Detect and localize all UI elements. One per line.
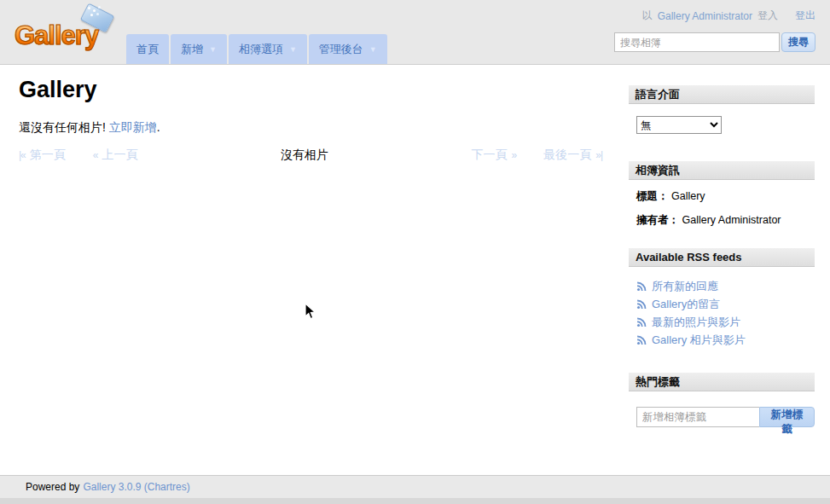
rss-item: Gallery的留言 bbox=[636, 295, 815, 313]
add-tag-button[interactable]: 新增標籤 bbox=[759, 407, 815, 427]
chevron-down-icon: ▼ bbox=[289, 45, 297, 54]
paginator-status: 沒有相片 bbox=[137, 148, 471, 163]
last-page-label: 最後一頁 bbox=[543, 148, 591, 163]
search-input[interactable] bbox=[614, 32, 780, 52]
page-end-strip bbox=[0, 498, 830, 504]
rss-icon bbox=[636, 335, 647, 345]
current-user-link[interactable]: Gallery Administrator bbox=[658, 10, 752, 22]
login-status-bar: 以 Gallery Administrator 登入 登出 bbox=[642, 9, 815, 23]
period-text: . bbox=[157, 120, 160, 134]
search-bar: 搜尋 bbox=[614, 32, 815, 52]
rss-block-title: Available RSS feeds bbox=[629, 248, 815, 267]
next-page-link[interactable]: 下一頁 » bbox=[472, 148, 517, 163]
empty-album-message: 還沒有任何相片! 立即新增. bbox=[19, 120, 618, 136]
empty-text: 還沒有任何相片! bbox=[19, 120, 106, 134]
album-owner-label: 擁有者： bbox=[636, 214, 679, 226]
last-page-link[interactable]: 最後一頁 »| bbox=[543, 148, 602, 163]
first-page-icon: |« bbox=[19, 149, 26, 161]
search-button[interactable]: 搜尋 bbox=[781, 32, 815, 52]
rss-link[interactable]: Gallery 相片與影片 bbox=[652, 333, 746, 348]
language-block-title: 語言介面 bbox=[629, 85, 815, 104]
rss-icon bbox=[636, 299, 647, 310]
nav-album-options-button[interactable]: 相簿選項 ▼ bbox=[229, 34, 307, 64]
album-title-label: 標題： bbox=[636, 190, 669, 202]
mouse-cursor bbox=[305, 303, 316, 321]
paginator: |« 第一頁 « 上一頁 沒有相片 下一頁 » 最後一頁 »| bbox=[19, 148, 602, 163]
rss-item: 最新的照片與影片 bbox=[636, 313, 815, 331]
album-info-title: 相簿資訊 bbox=[629, 161, 815, 180]
nav-admin-button[interactable]: 管理後台 ▼ bbox=[309, 34, 387, 64]
login-suffix: 登入 bbox=[757, 9, 778, 23]
next-page-icon: » bbox=[512, 149, 517, 161]
rss-icon bbox=[636, 317, 647, 327]
sparkle-icon bbox=[88, 7, 90, 9]
prev-page-icon: « bbox=[93, 149, 98, 161]
logout-link[interactable]: 登出 bbox=[795, 9, 815, 23]
rss-icon bbox=[636, 281, 647, 292]
add-tag-form: 新增標籤 bbox=[636, 407, 815, 427]
rss-link[interactable]: Gallery的留言 bbox=[652, 297, 720, 312]
page-title: Gallery bbox=[19, 77, 618, 103]
rss-block: Available RSS feeds 所有新的回應 bbox=[629, 248, 815, 349]
paginator-right: 下一頁 » 最後一頁 »| bbox=[472, 148, 602, 163]
nav-home-button[interactable]: 首頁 bbox=[126, 34, 169, 64]
rss-link[interactable]: 最新的照片與影片 bbox=[652, 315, 740, 330]
rss-item: Gallery 相片與影片 bbox=[636, 331, 815, 349]
footer: Powered by Gallery 3.0.9 (Chartres) bbox=[0, 475, 830, 498]
rss-link[interactable]: 所有新的回應 bbox=[652, 279, 718, 294]
popular-tags-title: 熱門標籤 bbox=[629, 373, 815, 391]
prev-page-link[interactable]: « 上一頁 bbox=[93, 148, 138, 163]
chevron-down-icon: ▼ bbox=[209, 45, 217, 54]
powered-by-text: Powered by bbox=[26, 481, 79, 493]
nav-home-label: 首頁 bbox=[136, 42, 159, 57]
rss-item: 所有新的回應 bbox=[636, 277, 815, 295]
first-page-label: 第一頁 bbox=[30, 148, 66, 163]
language-block: 語言介面 無 bbox=[629, 85, 815, 134]
nav-add-button[interactable]: 新增 ▼ bbox=[171, 34, 227, 64]
popular-tags-block: 熱門標籤 新增標籤 bbox=[629, 373, 815, 427]
gallery-version-link[interactable]: Gallery 3.0.9 (Chartres) bbox=[83, 481, 189, 493]
main-content: Gallery 還沒有任何相片! 立即新增. |« 第一頁 « 上一頁 沒有相片… bbox=[0, 66, 618, 136]
album-title-row: 標題： Gallery bbox=[636, 189, 815, 204]
chevron-down-icon: ▼ bbox=[369, 45, 377, 54]
language-select[interactable]: 無 bbox=[636, 116, 722, 134]
nav-admin-label: 管理後台 bbox=[319, 42, 363, 57]
nav-add-label: 新增 bbox=[181, 42, 203, 57]
header: Gallery 首頁 新增 ▼ 相簿選項 ▼ 管理後台 ▼ 以 Gallery … bbox=[0, 0, 830, 65]
login-prefix: 以 bbox=[642, 9, 653, 23]
paginator-left: |« 第一頁 « 上一頁 bbox=[19, 148, 137, 163]
album-info-block: 相簿資訊 標題： Gallery 擁有者： Gallery Administra… bbox=[629, 161, 815, 228]
next-page-label: 下一頁 bbox=[472, 148, 508, 163]
gallery-page: Gallery 首頁 新增 ▼ 相簿選項 ▼ 管理後台 ▼ 以 Gallery … bbox=[0, 0, 830, 504]
album-owner-row: 擁有者： Gallery Administrator bbox=[636, 213, 815, 228]
last-page-icon: »| bbox=[595, 149, 602, 161]
logo-text: Gallery bbox=[15, 20, 98, 51]
nav-album-options-label: 相簿選項 bbox=[239, 42, 283, 57]
add-tag-input[interactable] bbox=[636, 407, 759, 427]
album-title-value: Gallery bbox=[671, 190, 705, 202]
album-owner-value: Gallery Administrator bbox=[682, 214, 781, 226]
rss-list: 所有新的回應 Gallery的留言 最新的照 bbox=[636, 277, 815, 349]
gallery-logo[interactable]: Gallery bbox=[15, 9, 113, 55]
add-photos-link[interactable]: 立即新增 bbox=[109, 120, 157, 134]
first-page-link[interactable]: |« 第一頁 bbox=[19, 148, 66, 163]
main-nav: 首頁 新增 ▼ 相簿選項 ▼ 管理後台 ▼ bbox=[126, 34, 387, 64]
prev-page-label: 上一頁 bbox=[102, 148, 137, 163]
